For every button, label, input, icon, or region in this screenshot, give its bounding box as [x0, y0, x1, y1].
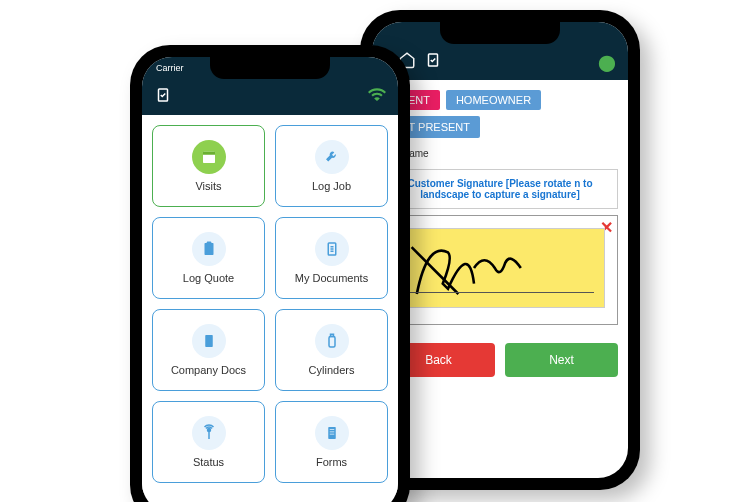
svg-rect-11 [329, 337, 335, 348]
signature-pad[interactable] [395, 228, 605, 308]
svg-rect-17 [329, 434, 334, 435]
screen: 6:33 PM ‹ ⬤ AGENT HOMEOWNER NOT PRESENT … [372, 22, 628, 478]
customer-type-tags: AGENT HOMEOWNER [372, 80, 628, 116]
svg-rect-15 [329, 429, 334, 430]
signature-box: ✕ [382, 215, 618, 325]
svg-rect-14 [328, 427, 336, 439]
tile-forms[interactable]: Forms [275, 401, 388, 483]
menu-grid: Visits Log Job Log Quote My Documents Co… [152, 125, 388, 483]
svg-point-13 [207, 429, 210, 432]
app-header [142, 79, 398, 115]
signature-instruction: Customer Signature [Please rotate n to l… [382, 169, 618, 209]
clipboard-check-icon[interactable] [424, 51, 442, 73]
customer-name-label: mer Name [372, 144, 628, 163]
tile-label: Log Quote [183, 272, 234, 284]
antenna-icon [192, 416, 226, 450]
next-button[interactable]: Next [505, 343, 618, 377]
calendar-icon [192, 140, 226, 174]
svg-rect-3 [203, 152, 215, 155]
nav-buttons: Back Next [372, 333, 628, 387]
tile-log-job[interactable]: Log Job [275, 125, 388, 207]
svg-rect-4 [204, 243, 213, 255]
notch [210, 57, 330, 79]
form-icon [315, 416, 349, 450]
svg-rect-16 [329, 432, 334, 433]
tile-label: Log Job [312, 180, 351, 192]
signature-line [406, 292, 594, 293]
document-icon [315, 232, 349, 266]
wifi-icon: ⬤ [598, 53, 616, 72]
tile-label: My Documents [295, 272, 368, 284]
phone-menu: Carrier 8:44 PM Visits Log Job Log Quo [130, 45, 410, 502]
tile-label: Cylinders [309, 364, 355, 376]
app-header: ‹ ⬤ [372, 44, 628, 80]
tag-homeowner[interactable]: HOMEOWNER [446, 90, 541, 110]
tile-cylinders[interactable]: Cylinders [275, 309, 388, 391]
menu-grid-container: Visits Log Job Log Quote My Documents Co… [142, 115, 398, 493]
svg-rect-12 [330, 334, 333, 336]
tile-log-quote[interactable]: Log Quote [152, 217, 265, 299]
screen: Carrier 8:44 PM Visits Log Job Log Quo [142, 57, 398, 502]
tile-label: Visits [195, 180, 221, 192]
wrench-icon [315, 140, 349, 174]
svg-rect-10 [205, 335, 213, 347]
tile-label: Company Docs [171, 364, 246, 376]
signature-drawing [396, 229, 604, 307]
tile-visits[interactable]: Visits [152, 125, 265, 207]
svg-rect-5 [206, 242, 211, 245]
tile-my-documents[interactable]: My Documents [275, 217, 388, 299]
tile-label: Forms [316, 456, 347, 468]
notch [440, 22, 560, 44]
tile-company-docs[interactable]: Company Docs [152, 309, 265, 391]
clipboard-icon [192, 232, 226, 266]
docs-icon [192, 324, 226, 358]
wifi-icon [368, 86, 386, 108]
clipboard-check-icon[interactable] [154, 86, 172, 108]
tile-label: Status [193, 456, 224, 468]
tile-status[interactable]: Status [152, 401, 265, 483]
cylinder-icon [315, 324, 349, 358]
